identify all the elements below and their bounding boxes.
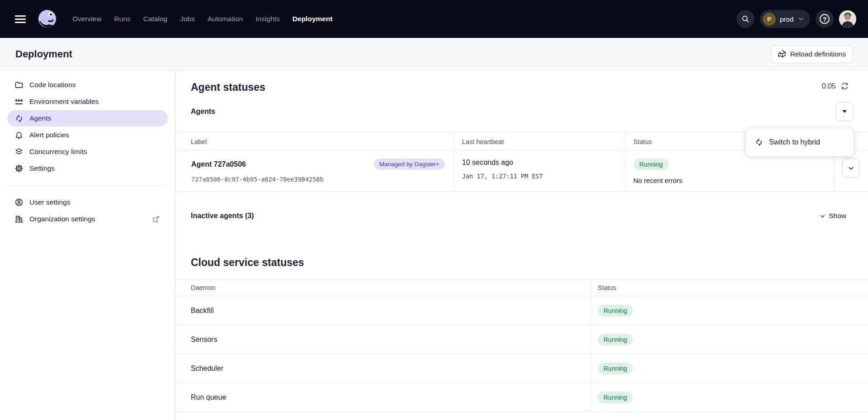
cloud-service-statuses-title: Cloud service statuses xyxy=(191,256,849,269)
daemon-name: Scheduler xyxy=(175,354,590,383)
nav-catalog[interactable]: Catalog xyxy=(143,15,167,23)
nav-jobs[interactable]: Jobs xyxy=(180,15,195,23)
agent-sync-icon xyxy=(755,138,763,146)
nav-runs[interactable]: Runs xyxy=(114,15,131,23)
reload-definitions-button[interactable]: Reload definitions xyxy=(771,45,853,63)
deployment-sidebar: Code locations Environment variables A xyxy=(0,70,175,420)
building-icon xyxy=(14,215,24,224)
deployment-name: prod xyxy=(780,15,793,23)
external-link-icon xyxy=(151,215,160,224)
sidebar-item-user-settings[interactable]: User settings xyxy=(7,194,168,210)
agent-sync-icon xyxy=(14,114,24,123)
nav-automation[interactable]: Automation xyxy=(208,15,243,23)
daemon-status-cell: Running xyxy=(590,325,868,354)
inactive-agents-heading: Inactive agents (3) xyxy=(191,212,254,220)
search-icon xyxy=(741,14,750,23)
caret-down-icon xyxy=(842,110,847,113)
daemon-status-cell: Running xyxy=(590,383,868,412)
agent-label-cell: Agent 727a0506 Managed by Dagster+ 727a0… xyxy=(175,151,454,192)
managed-badge: Managed by Dagster+ xyxy=(374,159,445,170)
menu-item-label: Switch to hybrid xyxy=(769,138,820,146)
primary-nav: Overview Runs Catalog Jobs Automation In… xyxy=(72,15,333,23)
inactive-agents-show-toggle[interactable]: Show xyxy=(819,212,846,220)
column-header-label: Label xyxy=(175,133,454,151)
nav-deployment[interactable]: Deployment xyxy=(292,15,333,23)
sidebar-item-settings[interactable]: Settings xyxy=(7,160,168,177)
deployment-avatar: P xyxy=(763,13,776,26)
status-badge: Running xyxy=(598,305,633,317)
sidebar-item-label: Settings xyxy=(29,164,55,173)
status-badge: Running xyxy=(633,159,669,170)
sidebar-item-label: Organization settings xyxy=(29,215,95,223)
user-avatar[interactable] xyxy=(839,10,856,28)
status-badge: Running xyxy=(598,392,633,403)
column-header-last-heartbeat: Last heartbeat xyxy=(454,133,625,151)
sidebar-item-code-locations[interactable]: Code locations xyxy=(7,77,168,93)
agents-heading: Agents xyxy=(191,107,215,116)
daemon-name: Backfill xyxy=(175,296,590,325)
cloud-services-table: Daemon Status Backfill Running Sensors R… xyxy=(175,279,868,412)
agent-row-expand-button[interactable] xyxy=(842,159,859,177)
nav-insights[interactable]: Insights xyxy=(255,15,279,23)
help-button[interactable]: ? xyxy=(816,10,834,28)
status-note: No recent errors xyxy=(633,177,825,184)
user-circle-icon xyxy=(14,198,24,207)
hamburger-menu-icon[interactable] xyxy=(15,15,26,23)
sidebar-item-label: Agents xyxy=(29,114,51,122)
status-badge: Running xyxy=(598,334,633,345)
show-label: Show xyxy=(829,212,846,220)
daemon-status-cell: Running xyxy=(590,296,868,325)
reload-definitions-label: Reload definitions xyxy=(790,50,846,58)
sidebar-item-label: Environment variables xyxy=(29,98,99,106)
sidebar-item-label: User settings xyxy=(29,198,70,206)
agent-id: 727a0506-8c97-4b95-a024-70ee3984258b xyxy=(191,176,445,183)
sidebar-item-environment-variables[interactable]: Environment variables xyxy=(7,93,168,110)
sidebar-item-alert-policies[interactable]: Alert policies xyxy=(7,127,168,143)
agent-heartbeat-cell: 10 seconds ago Jan 17, 1:27:11 PM EST xyxy=(454,151,625,192)
sidebar-item-concurrency-limits[interactable]: Concurrency limits xyxy=(7,144,168,160)
agent-status-cell: Running No recent errors xyxy=(625,151,834,192)
sidebar-item-label: Concurrency limits xyxy=(29,148,87,156)
heartbeat-timestamp: Jan 17, 1:27:11 PM EST xyxy=(462,173,616,180)
chevron-down-icon xyxy=(797,15,805,23)
daemon-name: Run queue xyxy=(175,383,590,412)
asterisks-icon xyxy=(14,97,24,106)
agent-statuses-title: Agent statuses xyxy=(191,80,265,94)
layers-icon xyxy=(14,147,24,156)
sidebar-item-agents[interactable]: Agents xyxy=(7,110,168,126)
search-button[interactable] xyxy=(736,10,755,28)
daemon-name: Sensors xyxy=(175,325,590,354)
sidebar-item-organization-settings[interactable]: Organization settings xyxy=(7,211,168,227)
heartbeat-relative: 10 seconds ago xyxy=(462,159,616,167)
chevron-down-icon xyxy=(847,164,855,172)
status-badge: Running xyxy=(598,363,633,374)
top-navbar: Overview Runs Catalog Jobs Automation In… xyxy=(0,0,868,38)
agent-name: Agent 727a0506 xyxy=(191,160,246,168)
help-icon: ? xyxy=(820,14,830,24)
dagster-logo-icon[interactable] xyxy=(37,9,58,30)
page-header: Deployment Reload definitions xyxy=(0,38,868,70)
menu-item-switch-to-hybrid[interactable]: Switch to hybrid xyxy=(746,131,854,153)
nav-overview[interactable]: Overview xyxy=(72,15,102,23)
bell-icon xyxy=(14,131,24,140)
column-header-daemon-status: Status xyxy=(590,280,868,296)
sidebar-item-label: Alert policies xyxy=(29,131,69,139)
deployment-switcher[interactable]: P prod xyxy=(760,10,810,28)
refresh-countdown: 0:05 xyxy=(822,82,836,90)
folder-icon xyxy=(14,80,24,89)
sidebar-divider xyxy=(7,185,168,186)
agents-more-menu: Switch to hybrid xyxy=(746,128,854,156)
daemon-status-cell: Running xyxy=(590,354,868,383)
chevron-down-icon xyxy=(819,213,826,219)
reload-package-icon xyxy=(778,50,787,58)
refresh-icon[interactable] xyxy=(840,82,849,90)
column-header-daemon: Daemon xyxy=(175,280,590,296)
page-title: Deployment xyxy=(15,48,72,60)
agents-more-button[interactable] xyxy=(835,102,854,121)
sidebar-item-label: Code locations xyxy=(29,81,76,89)
gear-icon xyxy=(14,164,24,173)
